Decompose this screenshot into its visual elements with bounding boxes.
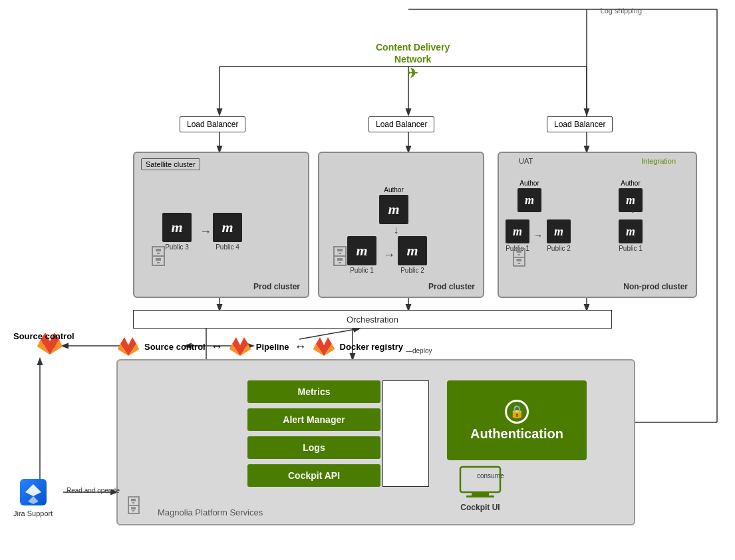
- load-balancer-3: Load Balancer: [547, 116, 613, 132]
- m-icon-pub2-np: m: [547, 219, 571, 243]
- uat-label: UAT: [519, 157, 533, 165]
- pipeline-row: Source control ↔ Pipeline ↔ Docker reg: [116, 335, 432, 358]
- m-icon-public4: m: [213, 213, 242, 242]
- m-label-pub2-np: Public 2: [547, 245, 571, 252]
- svg-marker-43: [232, 337, 248, 356]
- author-label-np1: Author: [519, 180, 539, 187]
- cluster-prod-center: Author m → m Public 1 → m Public 2 🗄 Pro…: [318, 152, 484, 298]
- svg-rect-54: [472, 492, 489, 495]
- lb-2-label: Load Balancer: [376, 120, 427, 129]
- jira-label: Jira Support: [13, 509, 53, 517]
- source-control-text-main: Source control: [13, 331, 74, 341]
- docker-registry-label: Docker registry: [340, 342, 403, 352]
- sc-pipeline-arrow: ↔: [211, 340, 223, 354]
- metrics-box: Metrics: [247, 380, 380, 403]
- authentication-label: Authentication: [470, 426, 563, 442]
- m-icon-pub1-np: m: [506, 219, 529, 243]
- logs-box: Logs: [247, 436, 380, 459]
- db-icon-cluster3: 🗄: [509, 247, 529, 270]
- platform-services-label: Magnolia Platform Services: [158, 507, 263, 517]
- db-icon-cluster1: 🗄: [148, 245, 169, 270]
- gitlab-icon-docker: [312, 335, 336, 358]
- metrics-label: Metrics: [297, 386, 330, 397]
- log-shipping-label: Log shipping: [601, 7, 642, 15]
- m-icon-author-c2: m: [379, 195, 408, 224]
- m-label-public4: Public 4: [216, 243, 239, 251]
- orchestration-bar: Orchestration: [133, 310, 612, 329]
- cdn-icon: ✈: [376, 65, 450, 81]
- cluster-nonprod: UAT Integration Author m m Public 1 → m …: [498, 152, 697, 298]
- cluster-label-prod1: Prod cluster: [253, 282, 300, 291]
- m-label-public1-c2: Public 1: [350, 267, 374, 274]
- m-label-public2-c2: Public 2: [400, 267, 424, 274]
- cockpit-api-label: Cockpit API: [288, 470, 340, 481]
- cluster-label-prod2: Prod cluster: [428, 282, 475, 291]
- pipeline-docker-arrow: ↔: [295, 340, 307, 354]
- m-label-pub1-int: Public 1: [619, 245, 643, 252]
- lock-icon: 🔒: [505, 400, 529, 424]
- read-operate-label: Read and operate: [67, 487, 120, 494]
- m-icon-public1-c2: m: [347, 236, 376, 265]
- cdn-label: Content DeliveryNetwork: [376, 41, 450, 65]
- platform-services-box: 🗄 Magnolia Platform Services Metrics Ale…: [116, 359, 635, 525]
- cdn-node: Content DeliveryNetwork ✈: [376, 41, 450, 81]
- gitlab-icon-source: [116, 335, 140, 358]
- connector-box: [382, 380, 429, 487]
- load-balancer-2: Load Balancer: [368, 116, 434, 132]
- svg-rect-53: [460, 467, 500, 492]
- svg-marker-48: [316, 337, 332, 356]
- integration-label: Integration: [641, 157, 676, 165]
- m-icon-author-np1: m: [517, 188, 541, 212]
- cluster-prod-satellite: Satellite cluster m Public 3 → m Public …: [133, 152, 309, 298]
- arrow-p1-p2-c2: →: [383, 248, 395, 262]
- monitor-icon: [457, 464, 504, 500]
- pipeline-group: Pipeline: [228, 335, 289, 358]
- logs-label: Logs: [303, 442, 325, 453]
- cockpit-api-box: Cockpit API: [247, 464, 380, 487]
- cockpit-ui-label: Cockpit UI: [457, 503, 504, 512]
- jira-support-group: Jira Support: [13, 479, 53, 517]
- pipeline-label: Pipeline: [256, 342, 289, 352]
- svg-rect-55: [466, 495, 494, 497]
- m-icon-pub1-int: m: [619, 219, 643, 243]
- satellite-label: Satellite cluster: [141, 158, 200, 170]
- jira-icon: [20, 479, 47, 505]
- db-icon-cluster2: 🗄: [329, 245, 351, 270]
- docker-registry-group: Docker registry: [312, 335, 403, 358]
- m-icon-public2-c2: m: [398, 236, 427, 265]
- author-label-int: Author: [621, 180, 640, 187]
- arrow-p3-p4: →: [200, 225, 212, 239]
- m-icon-public3: m: [162, 213, 192, 242]
- author-label-c2: Author: [384, 186, 403, 194]
- arrow-down-c2: →: [390, 225, 402, 236]
- svg-marker-38: [120, 337, 136, 356]
- cockpit-ui-group: Cockpit UI: [457, 464, 504, 512]
- magnolia-icon: 🗄: [124, 495, 143, 517]
- authentication-box: 🔒 Authentication: [447, 380, 587, 460]
- gitlab-icon-pipeline: [228, 335, 252, 358]
- cluster-label-nonprod: Non-prod cluster: [623, 282, 688, 291]
- lb-1-label: Load Balancer: [187, 120, 238, 129]
- arrow-pub1-pub2: →: [533, 230, 543, 241]
- alert-manager-label: Alert Manager: [283, 414, 345, 425]
- load-balancer-1: Load Balancer: [180, 116, 245, 132]
- architecture-diagram: Log shipping Content DeliveryNetwork ✈ L…: [0, 0, 735, 560]
- source-control-group: Source control: [116, 335, 206, 358]
- deploy-label: —deploy: [406, 347, 432, 358]
- alert-manager-box: Alert Manager: [247, 408, 380, 431]
- orchestration-label: Orchestration: [347, 315, 398, 325]
- arrow-down-int: →: [629, 207, 638, 215]
- source-control-label: Source control: [144, 342, 206, 352]
- lb-3-label: Load Balancer: [554, 120, 605, 129]
